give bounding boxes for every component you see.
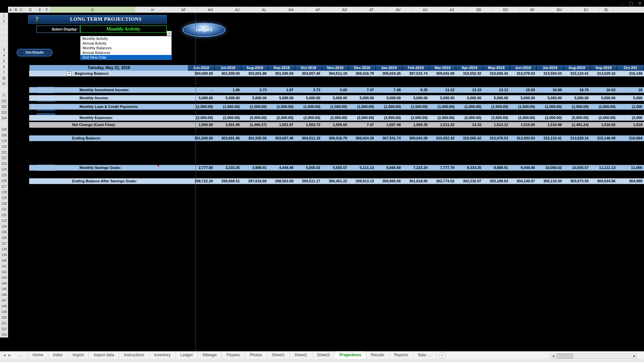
data-cell[interactable]: 305,110.39 [537,178,564,184]
dropdown-button[interactable]: ▾ [167,31,172,36]
data-cell[interactable]: 5,000.00 [268,95,295,101]
data-cell[interactable]: 312,078.53 [510,71,537,76]
horizontal-scrollbar[interactable]: ◀ ▶ [550,353,637,359]
column-header[interactable]: AF [170,7,197,12]
data-cell[interactable]: 7.47 [349,87,376,93]
row-header[interactable] [0,30,8,36]
data-cell[interactable]: (1,500 [617,104,644,110]
row-header[interactable]: 140 [0,258,8,263]
row-header[interactable]: 2 [0,18,8,24]
row-header[interactable]: 133 [0,218,8,224]
data-cell[interactable]: - [188,87,215,93]
data-cell[interactable]: 300,865.06 [376,178,402,184]
data-cell[interactable]: (2,000.00) [268,115,295,121]
data-cell[interactable]: 1,511.22 [429,122,456,128]
data-cell[interactable]: 1,516.88 [537,122,564,128]
sheet-tab[interactable]: Import [68,351,89,359]
data-cell[interactable]: 6,666.68 [376,165,402,171]
row-header[interactable]: 5 [0,58,8,64]
more-icon[interactable]: … [620,1,624,6]
data-cell[interactable]: (1,500.00) [510,104,537,110]
row-header[interactable]: 147 [0,298,8,303]
data-cell[interactable]: (2,000.00) [537,115,564,121]
row-header[interactable]: 101 [0,98,8,104]
data-cell[interactable]: (1,500.00) [429,104,456,110]
row-headers[interactable]: 1234567324771101102103104105106119120121… [0,13,8,338]
row-header[interactable]: 125 [0,172,8,178]
data-cell[interactable]: 18 [617,87,644,93]
data-cell[interactable]: 299,511.17 [295,178,322,184]
data-cell[interactable]: (1,500.00) [188,104,215,110]
data-cell[interactable]: 5,000.00 [564,95,590,101]
row-header[interactable] [0,87,8,93]
data-cell[interactable]: 1,503.73 [295,122,322,128]
data-cell[interactable]: (2,000.00) [429,115,456,121]
row-header[interactable]: 1 [0,13,8,18]
data-cell[interactable]: (1,500.00) [483,104,510,110]
row-header[interactable]: 124 [0,167,8,172]
restore-icon[interactable]: ▢ [629,1,633,6]
row-header[interactable]: 127 [0,184,8,189]
data-cell[interactable]: 3,888.91 [241,165,268,171]
row-header[interactable]: 121 [0,149,8,155]
row-header[interactable]: 123 [0,161,8,167]
sheet-tab[interactable]: Ledger [176,351,198,359]
data-cell[interactable]: 309,041.09 [402,135,429,141]
tab-prev-icon[interactable]: ◀ [2,353,7,357]
row-header[interactable]: 145 [0,286,8,292]
data-cell[interactable]: 303,001.86 [241,71,268,76]
row-header[interactable]: 71 [0,93,8,98]
row-header[interactable]: 149 [0,309,8,315]
row-header[interactable]: 134 [0,224,8,229]
column-header[interactable]: E [37,7,44,12]
data-cell[interactable]: 16.92 [590,87,617,93]
data-cell[interactable]: 10,555.57 [564,165,590,171]
data-cell[interactable]: 309,041.09 [429,71,456,76]
data-cell[interactable]: 301,505.59 [268,71,295,76]
data-cell[interactable]: 3.73 [295,87,322,93]
data-cell[interactable]: 304,149.07 [510,178,537,184]
filter-icon[interactable]: ▼ [67,71,71,76]
data-cell[interactable]: 5,555.57 [322,165,349,171]
row-header[interactable]: 152 [0,326,8,332]
row-header[interactable] [0,36,8,41]
column-header[interactable]: BL [600,7,614,12]
column-header[interactable]: BH [546,7,573,12]
data-cell[interactable]: 1,505.60 [322,122,349,128]
data-cell[interactable]: 1.87 [268,87,295,93]
row-header[interactable]: 32 [0,75,8,81]
data-cell[interactable]: 13.12 [483,87,510,93]
data-cell[interactable]: 11,111.13 [590,165,617,171]
data-cell[interactable]: 5.60 [322,87,349,93]
column-header[interactable]: AR [331,7,358,12]
data-cell[interactable]: 304,034.96 [590,178,617,184]
column-header[interactable]: BJ [573,7,600,12]
data-cell[interactable]: 11.22 [429,87,456,93]
data-cell[interactable]: (3,500.00) [376,115,402,121]
data-cell[interactable]: 316,664 [617,135,644,141]
data-cell[interactable]: 312,078.53 [483,135,510,141]
data-cell[interactable]: (1,500.00) [537,104,564,110]
scroll-right-icon[interactable]: ▶ [632,354,637,358]
row-header[interactable]: 135 [0,229,8,235]
dropdown-option[interactable]: Monthly Balances [80,46,171,50]
data-cell[interactable]: 6,111.13 [349,165,376,171]
data-cell[interactable]: 306,024.26 [376,71,402,76]
dropdown-option[interactable]: Monthly Activity [80,36,171,41]
column-header[interactable]: D [24,7,37,12]
data-cell[interactable]: 315,110.41 [537,135,564,141]
data-cell[interactable]: (1,500.00) [322,104,349,110]
column-headers[interactable]: ABCDEFGHAFAHAJALANAPARATAVAXAZBBBDBFBHBJ… [8,7,644,13]
row-header[interactable]: 137 [0,241,8,246]
row-header[interactable]: 128 [0,189,8,195]
sheet-tab[interactable]: Sheet1 [267,351,290,359]
data-cell[interactable]: 301,500.00 [215,71,241,76]
row-header[interactable]: 138 [0,246,8,252]
sheet-tab[interactable]: Index [48,351,68,359]
data-cell[interactable]: 304,511.19 [295,135,322,141]
data-cell[interactable]: 299,668.51 [215,178,241,184]
data-cell[interactable]: 304,998 [617,178,644,184]
row-header[interactable]: 122 [0,155,8,161]
data-cell[interactable]: 7,222.24 [402,165,429,171]
sheet-tab[interactable]: Sheet3 [312,351,335,359]
